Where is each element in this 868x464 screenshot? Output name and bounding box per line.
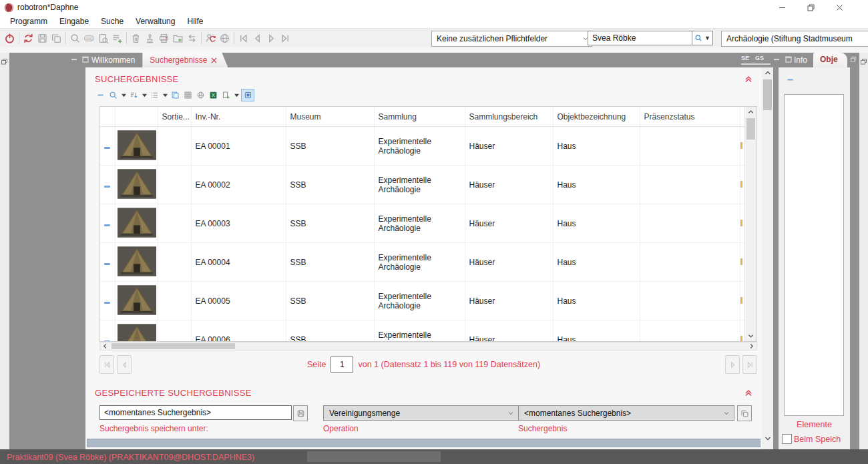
- tab-objekte[interactable]: Obje: [813, 53, 847, 67]
- content-horizontal-scrollbar[interactable]: [87, 439, 761, 447]
- collapse-row-icon[interactable]: [104, 186, 110, 188]
- dropdown-caret-icon[interactable]: [233, 89, 240, 100]
- stamp-icon[interactable]: [143, 31, 157, 45]
- table-row[interactable]: EA 00006 SSB Experimentelle Archäologie …: [100, 320, 745, 342]
- close-button[interactable]: [825, 0, 854, 15]
- col-inv-nr[interactable]: Inv.-Nr.: [191, 107, 286, 127]
- table-row[interactable]: EA 00001 SSB Experimentelle Archäologie …: [100, 127, 745, 166]
- content-minimize-icon[interactable]: [773, 55, 780, 65]
- export-icon[interactable]: [220, 89, 232, 100]
- next-page-button[interactable]: [725, 355, 740, 374]
- scroll-up-icon[interactable]: [762, 67, 773, 78]
- menu-suche[interactable]: Suche: [95, 15, 130, 28]
- restore-button[interactable]: [797, 0, 825, 15]
- swap-icon[interactable]: [185, 31, 199, 45]
- pages-icon[interactable]: [170, 89, 181, 100]
- tab-willkommen[interactable]: Willkommen: [84, 53, 142, 67]
- first-page-button[interactable]: [99, 355, 114, 374]
- combine-results-button[interactable]: [737, 405, 752, 421]
- save-search-input[interactable]: [99, 405, 292, 420]
- col-praesenzstatus[interactable]: Präsenzstatus: [640, 107, 740, 127]
- globe-icon[interactable]: [218, 31, 232, 45]
- beim-speichern-checkbox[interactable]: [782, 434, 792, 444]
- efresh-icon[interactable]: [21, 31, 35, 45]
- scrollbar-thumb[interactable]: [763, 79, 772, 110]
- collapse-row-icon[interactable]: [104, 147, 110, 149]
- save-icon[interactable]: [35, 31, 49, 45]
- minimize-button[interactable]: [768, 0, 797, 15]
- tab-info[interactable]: Info: [788, 53, 813, 67]
- previous-page-button[interactable]: [117, 355, 132, 374]
- tab-close-icon[interactable]: [211, 57, 217, 63]
- nav-next-icon[interactable]: [264, 31, 278, 45]
- collapse-row-icon[interactable]: [104, 302, 110, 304]
- scrollbar-thumb[interactable]: [112, 343, 235, 349]
- scroll-left-icon[interactable]: [100, 342, 110, 350]
- search-icon[interactable]: [68, 31, 82, 45]
- user-search-input[interactable]: [588, 31, 692, 45]
- collapse-section-icon[interactable]: [744, 389, 752, 399]
- anchor-se[interactable]: SE: [741, 55, 749, 61]
- pflichtfelder-dropdown[interactable]: Keine zusätzlichen Pflichtfelder: [431, 31, 592, 47]
- globe-icon[interactable]: [195, 89, 206, 100]
- gallery-icon[interactable]: [241, 89, 254, 101]
- object-thumbnail[interactable]: [118, 246, 156, 276]
- dock-window-icon[interactable]: [860, 58, 867, 67]
- table-row[interactable]: EA 00005 SSB Experimentelle Archäologie …: [100, 282, 745, 320]
- panel-options-icon[interactable]: [850, 55, 857, 65]
- grid-icon[interactable]: [182, 89, 194, 100]
- nav-prev-icon[interactable]: [250, 31, 264, 45]
- gnd-icon[interactable]: GND: [82, 31, 96, 45]
- col-collapse[interactable]: [100, 107, 115, 127]
- minus-icon[interactable]: [95, 89, 106, 100]
- table-horizontal-scrollbar[interactable]: [99, 342, 757, 351]
- col-sammlung[interactable]: Sammlung: [374, 107, 465, 127]
- scroll-down-icon[interactable]: [762, 433, 773, 444]
- content-vertical-scrollbar[interactable]: [762, 67, 773, 449]
- power-icon[interactable]: [3, 31, 17, 45]
- dropdown-caret-icon[interactable]: [120, 89, 127, 100]
- copy-icon[interactable]: [49, 31, 63, 45]
- object-thumbnail[interactable]: [118, 208, 156, 238]
- col-objektbezeichnung[interactable]: Objektbezeichnung: [553, 107, 640, 127]
- filter-icon[interactable]: [107, 89, 119, 100]
- nav-last-icon[interactable]: [278, 31, 292, 45]
- col-sortierung[interactable]: Sortie...: [158, 107, 191, 127]
- menu-programm[interactable]: Programm: [4, 15, 53, 28]
- scroll-up-icon[interactable]: [745, 107, 756, 117]
- dock-window-icon[interactable]: [1, 58, 8, 67]
- scroll-down-icon[interactable]: [745, 331, 756, 341]
- collapse-row-icon[interactable]: [104, 263, 110, 265]
- dropdown-caret-icon[interactable]: [162, 89, 168, 100]
- panel-minus-icon[interactable]: [785, 74, 796, 85]
- dock-minimize-icon[interactable]: [71, 55, 77, 65]
- table-row[interactable]: EA 00003 SSB Experimentelle Archäologie …: [100, 204, 745, 243]
- page-number-input[interactable]: [331, 357, 353, 373]
- printer-icon[interactable]: [157, 31, 171, 45]
- list-icon[interactable]: [149, 89, 160, 100]
- folder-add-icon[interactable]: [171, 31, 185, 45]
- collapse-row-icon[interactable]: [104, 224, 110, 226]
- tab-suchergebnisse[interactable]: Suchergebnisse: [142, 53, 228, 67]
- suchergebnis-dropdown[interactable]: <momentanes Suchergebnis>: [518, 405, 734, 421]
- table-row[interactable]: EA 00002 SSB Experimentelle Archäologie …: [100, 166, 745, 204]
- sort-icon[interactable]: [128, 89, 140, 100]
- table-row[interactable]: EA 00004 SSB Experimentelle Archäologie …: [100, 243, 745, 282]
- context-dropdown[interactable]: Archäologie (Stiftung Stadtmuseum: [721, 31, 868, 47]
- scroll-right-icon[interactable]: [746, 342, 756, 350]
- user-refresh-icon[interactable]: [204, 31, 218, 45]
- search-split-button[interactable]: ▼: [692, 31, 713, 45]
- collapse-section-icon[interactable]: [744, 75, 752, 85]
- object-thumbnail[interactable]: [118, 169, 156, 199]
- nav-first-icon[interactable]: [236, 31, 250, 45]
- excel-icon[interactable]: X: [208, 89, 219, 100]
- col-sammlungsbereich[interactable]: Sammlungsbereich: [465, 107, 553, 127]
- list-add-icon[interactable]: [110, 31, 124, 45]
- menu-hilfe[interactable]: Hilfe: [181, 15, 209, 28]
- table-vertical-scrollbar[interactable]: [744, 107, 756, 341]
- last-page-button[interactable]: [742, 355, 757, 374]
- col-thumbnail[interactable]: [115, 107, 158, 127]
- menu-eingabe[interactable]: Eingabe: [53, 15, 95, 28]
- object-thumbnail[interactable]: [118, 285, 156, 315]
- scrollbar-thumb[interactable]: [746, 118, 755, 140]
